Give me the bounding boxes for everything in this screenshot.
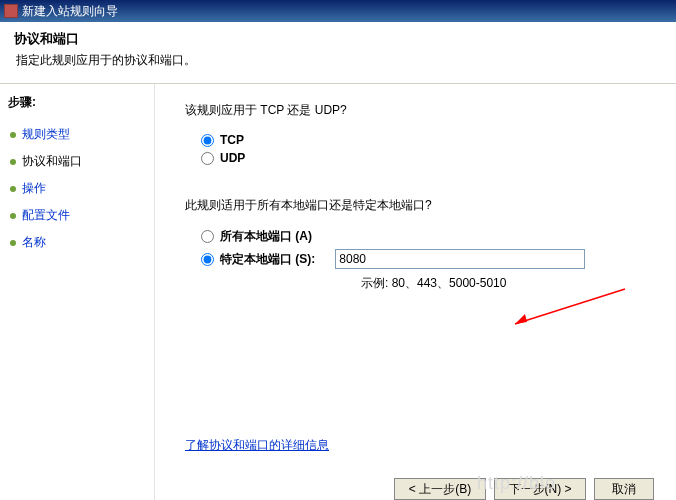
radio-udp-row[interactable]: UDP [201, 151, 656, 165]
question-protocol: 该规则应用于 TCP 还是 UDP? [185, 102, 656, 119]
step-rule-type[interactable]: 规则类型 [8, 121, 146, 148]
back-button[interactable]: < 上一步(B) [394, 478, 486, 500]
bullet-icon [10, 132, 16, 138]
step-label: 规则类型 [22, 126, 70, 143]
step-label: 协议和端口 [22, 153, 82, 170]
radio-tcp-row[interactable]: TCP [201, 133, 656, 147]
wizard-header: 协议和端口 指定此规则应用于的协议和端口。 [0, 22, 676, 84]
button-bar: < 上一步(B) 下一步(N) > 取消 [394, 478, 654, 500]
main-panel: 该规则应用于 TCP 还是 UDP? TCP UDP 此规则适用于所有本地端口还… [155, 84, 676, 500]
radio-all-ports-label: 所有本地端口 (A) [220, 228, 312, 245]
bullet-icon [10, 159, 16, 165]
bullet-icon [10, 240, 16, 246]
question-ports: 此规则适用于所有本地端口还是特定本地端口? [185, 197, 656, 214]
step-action[interactable]: 操作 [8, 175, 146, 202]
next-button[interactable]: 下一步(N) > [494, 478, 586, 500]
step-protocol-port[interactable]: 协议和端口 [8, 148, 146, 175]
radio-udp[interactable] [201, 152, 214, 165]
port-input[interactable] [335, 249, 585, 269]
step-label: 名称 [22, 234, 46, 251]
learn-more-link[interactable]: 了解协议和端口的详细信息 [185, 437, 329, 454]
step-name[interactable]: 名称 [8, 229, 146, 256]
steps-sidebar: 步骤: 规则类型 协议和端口 操作 配置文件 名称 [0, 84, 155, 500]
svg-line-0 [515, 289, 625, 324]
port-example: 示例: 80、443、5000-5010 [361, 275, 506, 292]
step-profile[interactable]: 配置文件 [8, 202, 146, 229]
radio-udp-label: UDP [220, 151, 245, 165]
titlebar-icon [4, 4, 18, 18]
wizard-body: 步骤: 规则类型 协议和端口 操作 配置文件 名称 该规则应用于 TCP 还是 … [0, 84, 676, 500]
radio-all-ports-row[interactable]: 所有本地端口 (A) [201, 228, 656, 245]
window-title: 新建入站规则向导 [22, 3, 118, 20]
bullet-icon [10, 213, 16, 219]
steps-label: 步骤: [8, 94, 146, 111]
svg-marker-1 [515, 314, 527, 324]
radio-tcp[interactable] [201, 134, 214, 147]
radio-specific-ports[interactable] [201, 253, 214, 266]
radio-all-ports[interactable] [201, 230, 214, 243]
page-desc: 指定此规则应用于的协议和端口。 [16, 52, 662, 69]
radio-specific-ports-label: 特定本地端口 (S): [220, 251, 315, 268]
step-label: 操作 [22, 180, 46, 197]
step-label: 配置文件 [22, 207, 70, 224]
titlebar: 新建入站规则向导 [0, 0, 676, 22]
cancel-button[interactable]: 取消 [594, 478, 654, 500]
radio-specific-ports-row[interactable]: 特定本地端口 (S): [201, 249, 656, 269]
bullet-icon [10, 186, 16, 192]
page-title: 协议和端口 [14, 30, 662, 48]
radio-tcp-label: TCP [220, 133, 244, 147]
